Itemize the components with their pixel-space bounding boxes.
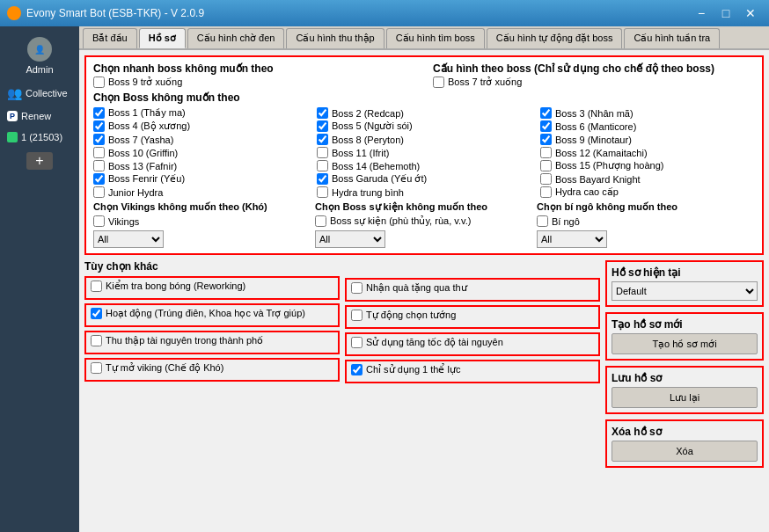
su-dung-tang-checkbox[interactable]: [351, 337, 363, 348]
opt-tu-mo: Tự mở viking (Chế độ Khó): [91, 362, 333, 374]
people-icon: 👥: [7, 86, 22, 100]
boss-cb-10[interactable]: [317, 147, 328, 158]
tab-tuan-tra[interactable]: Cấu hình tuần tra: [624, 28, 720, 48]
boss-cb-14[interactable]: [540, 160, 552, 171]
boss-cb-11[interactable]: [540, 147, 552, 158]
tab-ho-so[interactable]: Hồ sơ: [139, 28, 186, 48]
boss-cb-12[interactable]: [93, 160, 105, 171]
boss-item-4: Boss 5 (Người sói): [317, 120, 531, 132]
nhan-qua-checkbox[interactable]: [351, 282, 363, 294]
add-server-button[interactable]: +: [26, 152, 53, 170]
sidebar-item-renew[interactable]: P Renew: [4, 106, 76, 126]
config-col: Cấu hình theo boss (Chỉ sử dụng cho chế …: [433, 62, 755, 88]
hoat-dong-label: Hoạt động (Trúng điên, Khoa học và Trợ g…: [106, 308, 305, 319]
boss-item-13: Boss 14 (Behemoth): [317, 160, 531, 171]
bong-bong-checkbox[interactable]: [91, 281, 102, 292]
dropdown-all-1[interactable]: All: [93, 230, 164, 248]
app-icon: [7, 6, 21, 20]
maximize-button[interactable]: □: [714, 4, 737, 22]
bong-bong-label: Kiểm tra bong bóng (Reworking): [106, 281, 245, 292]
boss-cb-2[interactable]: [540, 107, 552, 119]
su-dung-tang-label: Sử dụng tăng tốc độ tài nguyên: [366, 337, 503, 348]
quick9-checkbox[interactable]: [93, 77, 105, 88]
profile-select[interactable]: Default: [612, 281, 758, 301]
opt-tu-dong-chon: Tự động chọn tướng: [351, 310, 594, 321]
event-boss-title: Chọn Boss sự kiện không muốn theo: [315, 201, 533, 213]
thu-thap-label: Thu thập tài nguyên trong thành phố: [106, 335, 263, 346]
boss-item-15: Boss Fenrir (Yếu): [93, 173, 308, 185]
close-button[interactable]: ✕: [739, 4, 762, 22]
sidebar-item-admin[interactable]: 👤 Admin: [4, 32, 76, 80]
options-left: Tùy chọn khác Kiểm tra bong bóng (Rework…: [84, 260, 340, 473]
boss-grid: Boss 1 (Thầy ma) Boss 2 (Redcap) Boss 3 …: [93, 107, 755, 198]
boss-cb-0[interactable]: [93, 107, 105, 119]
opt-thu-thap-box: Thu thập tài nguyên trong thành phố: [84, 331, 340, 354]
boss-cb-5[interactable]: [540, 120, 552, 132]
boss-cb-6[interactable]: [93, 134, 105, 145]
config-boss7: Boss 7 trở xuống: [433, 77, 755, 88]
dropdown-all-3[interactable]: All: [537, 230, 607, 248]
delete-profile-button[interactable]: Xóa: [612, 441, 758, 462]
event-boss-checkbox[interactable]: [315, 215, 326, 227]
vikings-label: Vikings: [108, 216, 139, 227]
page-content: Chọn nhanh boss không muốn theo Boss 9 t…: [79, 50, 769, 532]
tu-mo-label: Tự mở viking (Chế độ Khó): [106, 362, 223, 374]
boss-cb-7[interactable]: [317, 134, 328, 145]
boss-item-5: Boss 6 (Manticore): [540, 120, 755, 132]
config7-checkbox[interactable]: [433, 77, 444, 88]
main-layout: 👤 Admin 👥 Collective P Renew 1 (21503) +…: [0, 26, 769, 532]
tab-cho-den[interactable]: Cấu hình chờ đen: [187, 28, 285, 48]
chi-su-dung-label: Chỉ sử dụng 1 thể lực: [366, 364, 460, 375]
opt-tu-mo-box: Tự mở viking (Chế độ Khó): [84, 358, 340, 382]
create-profile-label: Tạo hồ sơ mới: [612, 318, 758, 331]
vikings-checkbox[interactable]: [93, 215, 105, 227]
boss-cb-17[interactable]: [540, 173, 552, 185]
current-profile-box: Hồ sơ hiện tại Default: [605, 260, 764, 307]
delete-profile-label: Xóa hồ sơ: [612, 426, 758, 438]
quick-select-col: Chọn nhanh boss không muốn theo Boss 9 t…: [93, 62, 415, 88]
dropdown-row: All All All: [93, 230, 755, 248]
boss-cb-1[interactable]: [317, 107, 328, 119]
tab-dat-boss[interactable]: Cấu hình tự động đặt boss: [487, 28, 623, 48]
boss-cb-8[interactable]: [540, 134, 552, 145]
boss-cb-4[interactable]: [317, 120, 328, 132]
boss-cb-13[interactable]: [317, 160, 328, 171]
save-profile-button[interactable]: Lưu lại: [612, 387, 758, 408]
config-title: Cấu hình theo boss (Chỉ sử dụng cho chế …: [433, 62, 755, 75]
boss-cb-18[interactable]: [93, 186, 105, 198]
secret-checkbox[interactable]: [537, 215, 548, 227]
boss-label-0: Boss 1 (Thầy ma): [108, 107, 186, 119]
boss-item-3: Boss 4 (Bộ xương): [93, 120, 308, 132]
event-boss-label: Boss sự kiện (phù thủy, rùa, v.v.): [330, 215, 471, 227]
tab-thu-thap[interactable]: Cấu hình thu thập: [286, 28, 384, 48]
boss-cb-9[interactable]: [93, 147, 105, 158]
boss-cb-15[interactable]: [93, 173, 105, 185]
opt-su-dung-tang: Sử dụng tăng tốc độ tài nguyên: [351, 337, 594, 348]
boss-item-2: Boss 3 (Nhân mã): [540, 107, 755, 119]
hoat-dong-checkbox[interactable]: [91, 308, 102, 319]
sidebar-item-server[interactable]: 1 (21503): [4, 128, 76, 147]
boss-cb-19[interactable]: [317, 186, 328, 198]
create-profile-box: Tạo hồ sơ mới Tạo hồ sơ mới: [605, 312, 764, 361]
server-label: 1 (21503): [21, 132, 62, 142]
thu-thap-checkbox[interactable]: [91, 335, 102, 346]
tab-tim-boss[interactable]: Cấu hình tìm boss: [386, 28, 485, 48]
tab-bat-dau[interactable]: Bắt đầu: [83, 28, 137, 48]
boss-item-1: Boss 2 (Redcap): [317, 107, 531, 119]
boss-cb-20[interactable]: [540, 186, 552, 198]
minimize-button[interactable]: −: [690, 4, 713, 22]
boss-item-16: Boss Garuda (Yếu ớt): [317, 173, 531, 185]
sidebar-item-collective[interactable]: 👥 Collective: [4, 82, 76, 105]
chi-su-dung-checkbox[interactable]: [351, 364, 363, 375]
boss-cb-3[interactable]: [93, 120, 105, 132]
other-options-title: Tùy chọn khác: [84, 260, 340, 273]
boss-cb-16[interactable]: [317, 173, 328, 185]
boss-section: Chọn nhanh boss không muốn theo Boss 9 t…: [84, 55, 764, 255]
vikings-title: Chọn Vikings không muốn theo (Khó): [93, 201, 311, 213]
create-profile-button[interactable]: Tạo hồ sơ mới: [612, 333, 758, 354]
dropdown-all-2[interactable]: All: [315, 230, 385, 248]
boss-label-11: Boss 12 (Kamaitachi): [555, 148, 648, 158]
tu-dong-chon-checkbox[interactable]: [351, 310, 363, 321]
tu-mo-checkbox[interactable]: [91, 362, 102, 374]
opt-su-dung-tang-box: Sử dụng tăng tốc độ tài nguyên: [345, 332, 600, 356]
